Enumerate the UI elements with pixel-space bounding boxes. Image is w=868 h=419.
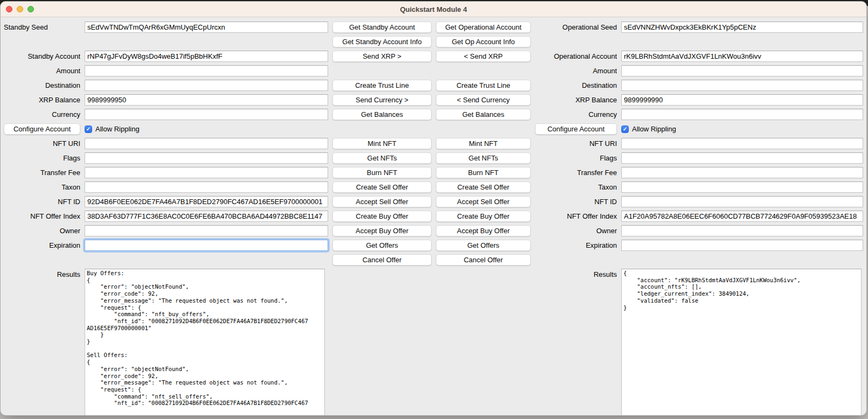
standby-nft-uri-label: NFT URI: [4, 138, 80, 149]
standby-currency-label: Currency: [4, 109, 80, 120]
window-title: Quickstart Module 4: [400, 5, 467, 13]
op-nft-id-label: NFT ID: [535, 196, 617, 207]
standby-allow-rippling-checkbox[interactable]: ✓: [85, 125, 92, 133]
op-amount-label: Amount: [535, 65, 617, 76]
standby-get-offers-button[interactable]: Get Offers: [332, 240, 432, 251]
op-get-nfts-button[interactable]: Get NFTs: [436, 152, 531, 164]
get-standby-account-button[interactable]: Get Standby Account: [332, 22, 432, 33]
get-operational-account-button[interactable]: Get Operational Account: [436, 22, 531, 33]
op-expiration-input[interactable]: [621, 240, 863, 251]
standby-nft-id-label: NFT ID: [4, 196, 80, 207]
standby-xrp-balance-input[interactable]: [85, 94, 328, 106]
standby-transfer-fee-input[interactable]: [85, 167, 328, 178]
standby-accept-buy-offer-button[interactable]: Accept Buy Offer: [332, 225, 432, 236]
send-xrp-to-standby-button[interactable]: < Send XRP: [436, 51, 531, 62]
op-results-output[interactable]: { "account": "rK9LBRhStdmtAaVdJXGVF1LnKW…: [621, 269, 862, 416]
titlebar[interactable]: Quickstart Module 4: [1, 2, 866, 17]
op-results-label: Results: [535, 269, 617, 416]
op-taxon-label: Taxon: [535, 181, 617, 193]
send-currency-to-operational-button[interactable]: Send Currency >: [332, 94, 432, 106]
standby-expiration-label: Expiration: [4, 240, 80, 251]
standby-get-balances-button[interactable]: Get Balances: [332, 109, 432, 120]
op-owner-label: Owner: [535, 225, 617, 236]
op-currency-input[interactable]: [621, 109, 863, 120]
standby-create-sell-offer-button[interactable]: Create Sell Offer: [332, 181, 432, 193]
standby-account-input[interactable]: [85, 51, 328, 62]
standby-owner-input[interactable]: [85, 225, 328, 236]
op-transfer-fee-label: Transfer Fee: [535, 167, 617, 178]
standby-allow-rippling: ✓ Allow Rippling: [85, 123, 328, 135]
standby-results-output[interactable]: Buy Offers: { "error": "objectNotFound",…: [85, 269, 325, 416]
standby-seed-input[interactable]: [85, 22, 328, 33]
standby-seed-label: Standby Seed: [4, 22, 80, 33]
standby-nft-offer-index-input[interactable]: [85, 211, 328, 222]
standby-nft-uri-input[interactable]: [85, 138, 328, 149]
standby-burn-nft-button[interactable]: Burn NFT: [332, 167, 432, 178]
op-accept-sell-offer-button[interactable]: Accept Sell Offer: [436, 196, 531, 207]
standby-create-buy-offer-button[interactable]: Create Buy Offer: [332, 211, 432, 222]
standby-get-nfts-button[interactable]: Get NFTs: [332, 152, 432, 164]
op-create-trust-line-button[interactable]: Create Trust Line: [436, 80, 531, 91]
zoom-button[interactable]: [27, 6, 34, 12]
standby-taxon-input[interactable]: [85, 181, 328, 193]
op-get-balances-button[interactable]: Get Balances: [436, 109, 531, 120]
standby-expiration-input[interactable]: [85, 240, 328, 251]
op-destination-input[interactable]: [621, 80, 863, 91]
op-get-offers-button[interactable]: Get Offers: [436, 240, 531, 251]
standby-amount-input[interactable]: [85, 65, 328, 76]
op-xrp-balance-label: XRP Balance: [535, 94, 617, 106]
standby-flags-label: Flags: [4, 152, 80, 164]
standby-destination-input[interactable]: [85, 80, 328, 91]
standby-nft-offer-index-label: NFT Offer Index: [4, 211, 80, 222]
op-amount-input[interactable]: [621, 65, 863, 76]
op-create-sell-offer-button[interactable]: Create Sell Offer: [436, 181, 531, 193]
standby-transfer-fee-label: Transfer Fee: [4, 167, 80, 178]
op-nft-uri-label: NFT URI: [535, 138, 617, 149]
standby-flags-input[interactable]: [85, 152, 328, 164]
traffic-lights: [6, 6, 34, 12]
op-nft-offer-index-input[interactable]: [621, 211, 863, 222]
get-op-account-info-button[interactable]: Get Op Account Info: [436, 36, 531, 47]
op-mint-nft-button[interactable]: Mint NFT: [436, 138, 531, 149]
send-xrp-to-operational-button[interactable]: Send XRP >: [332, 51, 432, 62]
op-expiration-label: Expiration: [535, 240, 617, 251]
close-button[interactable]: [6, 6, 12, 12]
operational-account-label: Operational Account: [535, 51, 617, 62]
op-flags-label: Flags: [535, 152, 617, 164]
op-burn-nft-button[interactable]: Burn NFT: [436, 167, 531, 178]
op-xrp-balance-input[interactable]: [621, 94, 863, 106]
operational-account-input[interactable]: [621, 51, 863, 62]
standby-cancel-offer-button[interactable]: Cancel Offer: [332, 254, 432, 266]
op-nft-uri-input[interactable]: [621, 138, 863, 149]
minimize-button[interactable]: [17, 6, 23, 12]
send-currency-to-standby-button[interactable]: < Send Currency: [436, 94, 531, 106]
get-standby-account-info-button[interactable]: Get Standby Account Info: [332, 36, 432, 47]
op-taxon-input[interactable]: [621, 181, 863, 193]
standby-create-trust-line-button[interactable]: Create Trust Line: [332, 80, 432, 91]
standby-destination-label: Destination: [4, 80, 80, 91]
op-flags-input[interactable]: [621, 152, 863, 164]
standby-taxon-label: Taxon: [4, 181, 80, 193]
main-content: Standby Seed Standby Account Amount Dest…: [1, 17, 866, 416]
standby-accept-sell-offer-button[interactable]: Accept Sell Offer: [332, 196, 432, 207]
op-currency-label: Currency: [535, 109, 617, 120]
checkmark-icon: ✓: [623, 127, 627, 132]
standby-mint-nft-button[interactable]: Mint NFT: [332, 138, 432, 149]
op-create-buy-offer-button[interactable]: Create Buy Offer: [436, 211, 531, 222]
op-transfer-fee-input[interactable]: [621, 167, 863, 178]
standby-configure-account-button[interactable]: Configure Account: [4, 123, 80, 135]
operational-seed-input[interactable]: [621, 22, 863, 33]
standby-nft-id-input[interactable]: [85, 196, 328, 207]
op-nft-offer-index-label: NFT Offer Index: [535, 211, 617, 222]
op-accept-buy-offer-button[interactable]: Accept Buy Offer: [436, 225, 531, 236]
op-allow-rippling-label: Allow Rippling: [632, 125, 676, 133]
standby-allow-rippling-label: Allow Rippling: [95, 125, 140, 133]
app-window: Quickstart Module 4 Standby Seed Standby…: [0, 1, 867, 416]
op-configure-account-button[interactable]: Configure Account: [535, 123, 617, 135]
standby-account-label: Standby Account: [4, 51, 80, 62]
op-owner-input[interactable]: [621, 225, 863, 236]
standby-currency-input[interactable]: [85, 109, 328, 120]
op-allow-rippling-checkbox[interactable]: ✓: [621, 125, 629, 133]
op-cancel-offer-button[interactable]: Cancel Offer: [436, 254, 531, 266]
op-nft-id-input[interactable]: [621, 196, 863, 207]
